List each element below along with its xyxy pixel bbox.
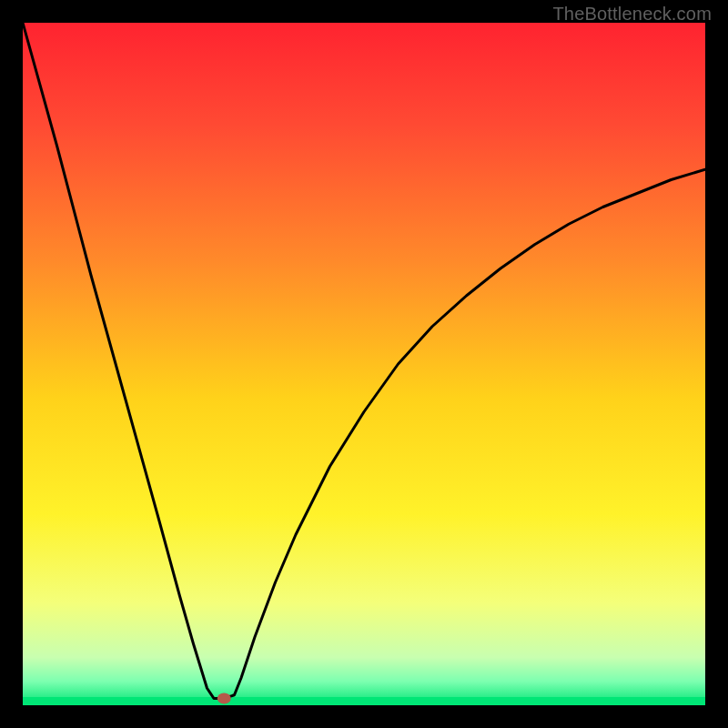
plot-background [23,23,705,705]
plot-svg [23,23,705,705]
chart-stage: TheBottleneck.com [0,0,728,728]
bottom-plateau [23,697,705,705]
watermark-text: TheBottleneck.com [552,4,712,25]
optimal-point-marker [217,693,231,704]
plot-area [23,23,705,705]
